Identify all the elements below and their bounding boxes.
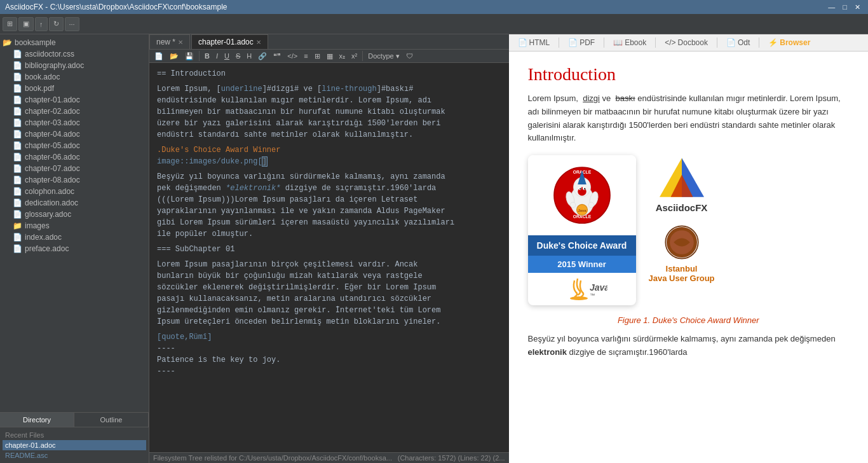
status-bar: Filesystem Tree relisted for C:/Users/us… bbox=[149, 452, 509, 463]
home-button[interactable]: ⊞ bbox=[3, 17, 17, 31]
odt-button[interactable]: 📄 Odt bbox=[722, 37, 754, 48]
root-folder-label: booksample bbox=[15, 38, 56, 47]
new-file-button[interactable]: 📄 bbox=[152, 52, 166, 61]
coffee-bean-svg bbox=[663, 223, 701, 261]
recent-files-panel: Recent Files chapter-01.adoc README.asc bbox=[0, 427, 149, 463]
link-button[interactable]: 🔗 bbox=[255, 52, 269, 61]
tree-file-book-adoc[interactable]: 📄 book.adoc bbox=[0, 71, 149, 83]
table-button[interactable]: ⊞ bbox=[312, 52, 323, 61]
file-icon: 📄 bbox=[13, 130, 22, 139]
recent-file-readme[interactable]: README.asc bbox=[3, 450, 146, 460]
refresh-button[interactable]: ↻ bbox=[49, 17, 64, 31]
heading-button[interactable]: H bbox=[244, 52, 254, 60]
strikethrough-text: baskı bbox=[616, 93, 635, 103]
tree-file-chapter02[interactable]: 📄 chapter-02.adoc bbox=[0, 106, 149, 117]
strikethrough-button[interactable]: S bbox=[233, 52, 243, 60]
tree-file-chapter06[interactable]: 📄 chapter-06.adoc bbox=[0, 151, 149, 163]
docbook-button[interactable]: </> Docbook bbox=[661, 37, 712, 48]
tree-file-chapter07[interactable]: 📄 chapter-07.adoc bbox=[0, 163, 149, 174]
tree-file-index[interactable]: 📄 index.adoc bbox=[0, 232, 149, 243]
tab-directory[interactable]: Directory bbox=[0, 413, 74, 427]
tree-file-asciidoctor-css[interactable]: 📄 asciidoctor.css bbox=[0, 48, 149, 60]
tab-outline[interactable]: Outline bbox=[74, 413, 149, 427]
file-label: asciidoctor.css bbox=[25, 50, 74, 59]
docbook-icon: </> bbox=[665, 38, 675, 47]
pdf-button[interactable]: 📄 PDF bbox=[564, 37, 599, 48]
shield-button[interactable]: 🛡 bbox=[403, 52, 416, 60]
svg-point-15 bbox=[588, 202, 593, 207]
tree-file-bibliography[interactable]: 📄 bibliography.adoc bbox=[0, 60, 149, 71]
file-label: book.adoc bbox=[25, 73, 60, 81]
preview-sep bbox=[559, 38, 559, 48]
editor-text-area[interactable]: == Introduction Lorem Ipsum, [underline]… bbox=[149, 63, 509, 452]
list-button[interactable]: ≡ bbox=[301, 52, 310, 60]
file-tree: 📂 booksample 📄 asciidoctor.css 📄 bibliog… bbox=[0, 34, 149, 412]
istanbul-jug-area: IstanbulJava User Group bbox=[649, 223, 715, 283]
svg-point-10 bbox=[580, 188, 581, 190]
tree-file-chapter04[interactable]: 📄 chapter-04.adoc bbox=[0, 128, 149, 140]
asciidocfx-panel: AsciidocFX bbox=[649, 155, 715, 283]
file-icon: 📄 bbox=[13, 244, 22, 253]
superscript-button[interactable]: x² bbox=[349, 52, 360, 60]
java-logo: Java ™ bbox=[528, 273, 636, 305]
browser-button[interactable]: ⚡ Browser bbox=[764, 37, 814, 48]
preview-sep-5 bbox=[759, 38, 759, 48]
preview-title: Introduction bbox=[528, 64, 850, 85]
toolbar-separator-2 bbox=[362, 51, 363, 61]
istanbul-jug-name: IstanbulJava User Group bbox=[649, 264, 715, 283]
svg-text:Java: Java bbox=[578, 209, 587, 212]
tab-label: chapter-01.adoc bbox=[198, 38, 254, 46]
titlebar: AsciidocFX - C:\Users\usta\Dropbox\Ascii… bbox=[0, 0, 868, 14]
tree-file-glossary[interactable]: 📄 glossary.adoc bbox=[0, 209, 149, 220]
bold-button[interactable]: B bbox=[202, 52, 212, 60]
subscript-button[interactable]: x₂ bbox=[337, 52, 348, 61]
tree-file-colophon[interactable]: 📄 colophon.adoc bbox=[0, 186, 149, 197]
doctype-button[interactable]: Doctype ▾ bbox=[365, 52, 402, 61]
preview-toolbar: 📄 HTML 📄 PDF 📖 Ebook </> Docbook bbox=[509, 34, 869, 52]
image-button[interactable]: ▦ bbox=[324, 52, 336, 61]
ebook-button[interactable]: 📖 Ebook bbox=[609, 37, 650, 48]
open-file-button[interactable]: 📂 bbox=[167, 52, 181, 61]
tree-file-dedication[interactable]: 📄 dedication.adoc bbox=[0, 197, 149, 209]
tree-file-chapter01[interactable]: 📄 chapter-01.adoc bbox=[0, 94, 149, 106]
maximize-button[interactable]: □ bbox=[840, 3, 850, 11]
file-label: chapter-03.adoc bbox=[25, 118, 80, 127]
file-icon: 📄 bbox=[13, 210, 22, 219]
italic-button[interactable]: I bbox=[214, 52, 220, 60]
tab-label: new * bbox=[156, 38, 175, 46]
close-button[interactable]: ✕ bbox=[852, 3, 863, 11]
ebook-icon: 📖 bbox=[613, 38, 623, 47]
editor-tab-chapter01[interactable]: chapter-01.adoc ✕ bbox=[191, 34, 268, 49]
tab-close-icon[interactable]: ✕ bbox=[256, 39, 261, 46]
file-icon: 📄 bbox=[13, 61, 22, 70]
tree-file-preface[interactable]: 📄 preface.adoc bbox=[0, 243, 149, 254]
quote-button[interactable]: ❝❞ bbox=[271, 52, 283, 61]
tree-file-book-pdf[interactable]: 📄 book.pdf bbox=[0, 83, 149, 94]
tree-root-booksample[interactable]: 📂 booksample bbox=[0, 37, 149, 48]
file-label: preface.adoc bbox=[25, 244, 69, 253]
tree-file-chapter05[interactable]: 📄 chapter-05.adoc bbox=[0, 140, 149, 151]
titlebar-controls[interactable]: — □ ✕ bbox=[825, 3, 863, 11]
html-button[interactable]: 📄 HTML bbox=[514, 37, 554, 48]
more-button[interactable]: ··· bbox=[65, 17, 79, 31]
folder-button[interactable]: ▣ bbox=[18, 17, 34, 31]
up-button[interactable]: ↑ bbox=[35, 17, 48, 31]
recent-files-label: Recent Files bbox=[3, 430, 146, 440]
tree-folder-images[interactable]: 📁 images bbox=[0, 220, 149, 232]
file-icon: 📄 bbox=[13, 176, 22, 184]
sidebar-tab-bar: Directory Outline bbox=[0, 412, 149, 427]
code-button[interactable]: </> bbox=[285, 52, 300, 60]
save-file-button[interactable]: 💾 bbox=[182, 52, 196, 61]
underline-button[interactable]: U bbox=[222, 52, 232, 60]
editor-tab-new[interactable]: new * ✕ bbox=[149, 34, 190, 49]
titlebar-title: AsciidocFX - C:\Users\usta\Dropbox\Ascii… bbox=[5, 3, 227, 11]
minimize-button[interactable]: — bbox=[825, 3, 837, 11]
tab-close-icon[interactable]: ✕ bbox=[178, 39, 183, 46]
file-icon: 📄 bbox=[13, 118, 22, 127]
tree-file-chapter08[interactable]: 📄 chapter-08.adoc bbox=[0, 174, 149, 186]
duke-badge-year: 2015 Winner bbox=[528, 256, 636, 273]
file-label: colophon.adoc bbox=[25, 187, 74, 196]
file-label: chapter-06.adoc bbox=[25, 153, 80, 162]
tree-file-chapter03[interactable]: 📄 chapter-03.adoc bbox=[0, 117, 149, 128]
recent-file-chapter01[interactable]: chapter-01.adoc bbox=[3, 440, 146, 450]
